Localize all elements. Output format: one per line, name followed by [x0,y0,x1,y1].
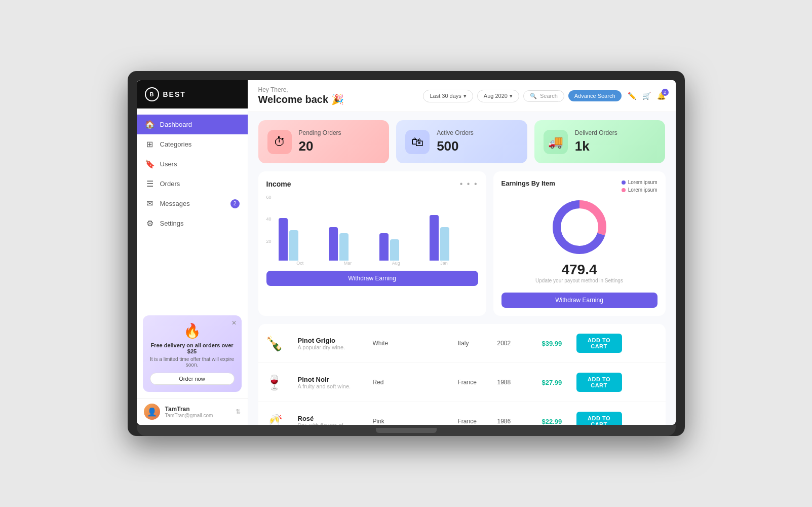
sidebar-item-dashboard[interactable]: 🏠 Dashboard [137,115,248,134]
bar-aug-dark [379,233,389,261]
bar-group-oct [279,218,327,261]
add-to-cart-button-1[interactable]: ADD TO CART [576,334,622,353]
bar-oct-light [289,230,298,261]
x-label-oct: Oct [296,261,303,266]
income-menu-button[interactable]: • • • [460,179,478,189]
header-icons: ✏️ 🛒 🔔 2 [628,92,666,100]
month-dropdown[interactable]: Aug 2020 ▾ [477,90,519,102]
income-title: Income [266,180,291,188]
legend-dot-2 [622,188,626,192]
notification-badge: 2 [662,89,669,96]
donut-chart [501,197,658,258]
product-name-3: Rosé [298,415,369,422]
active-orders-card: 🛍 Active Orders 500 [396,120,527,163]
legend-item-2: Lorem ipsum [622,187,658,193]
user-info: TamTran TamTran@gmail.com [165,406,230,418]
bar-jan-dark [430,215,439,261]
stat-cards: ⏱ Pending Orders 20 🛍 Active Orders 500 [258,120,666,163]
sidebar-nav: 🏠 Dashboard ⊞ Categories 🔖 Users ☰ Order… [137,108,248,309]
user-name: TamTran [165,406,230,413]
sidebar-item-label: Settings [160,220,184,227]
earnings-subtitle: Update your payout method in Settings [501,278,658,283]
settings-icon: ⚙ [145,219,155,228]
sidebar-user: 👤 TamTran TamTran@gmail.com ⇅ [137,398,248,425]
product-origin-1: Italy [458,340,493,347]
product-name-desc-3: Rosé Dry, with flavors of [298,415,369,425]
chart-bars: 604020 [266,195,478,261]
product-year-1: 2002 [497,340,538,347]
promo-icon: 🔥 [150,322,235,339]
sidebar-item-categories[interactable]: ⊞ Categories [137,134,248,154]
promo-order-button[interactable]: Order now [150,373,235,385]
sidebar-item-label: Orders [160,180,180,188]
withdraw-earning-button[interactable]: Withdraw Earning [266,271,478,286]
sidebar-item-label: Dashboard [160,121,192,128]
legend-dot-1 [622,180,626,185]
promo-title: Free delivery on all orders over $25 [150,342,235,354]
add-to-cart-button-3[interactable]: ADD TO CART [576,412,622,425]
active-info: Active Orders 500 [437,129,474,154]
x-label-mar: Mar [344,261,352,266]
bar-group-mar [329,227,377,261]
user-avatar: 👤 [144,404,160,420]
active-icon: 🛍 [405,130,430,154]
product-desc-3: Dry, with flavors of [298,422,369,425]
product-price-1: $39.99 [542,340,572,347]
active-label: Active Orders [437,129,474,136]
advance-search-button[interactable]: Advance Search [568,90,622,101]
chart-x-labels: Oct Mar Aug Jan [266,261,478,266]
x-label-jan: Jan [440,261,448,266]
search-box: 🔍 Search [523,90,564,102]
active-value: 500 [437,138,474,154]
bar-mar-light [339,233,349,261]
product-name-1: Pinot Grigio [298,337,369,344]
search-placeholder: Search [540,93,558,99]
logo-icon: B [145,87,159,101]
bar-group-aug [379,233,428,261]
bar-jan-light [440,227,449,261]
bar-group-jan [430,215,478,261]
logo: B BEST [137,80,248,108]
delivered-icon: 🚚 [544,130,568,154]
cart-icon-button[interactable]: 🛒 [642,92,651,100]
product-type-3: Pink [373,418,454,425]
product-type-1: White [373,340,454,347]
earnings-card: Earnings By Item Lorem ipsum Lorem ipsum [493,171,666,316]
list-icon: ☰ [145,179,155,189]
notification-icon-button[interactable]: 🔔 2 [657,92,666,100]
date-range-dropdown[interactable]: Last 30 days ▾ [423,90,473,102]
product-name-2: Pinot Noir [298,376,369,383]
content-area: ⏱ Pending Orders 20 🛍 Active Orders 500 [248,112,676,425]
withdraw-earning-button-2[interactable]: Withdraw Earning [501,293,658,308]
header-hey: Hey There, [258,86,417,93]
sidebar-item-messages[interactable]: ✉ Messages 2 [137,194,248,213]
user-toggle-button[interactable]: ⇅ [236,408,241,415]
product-name-desc-2: Pinot Noir A fruity and soft wine. [298,376,369,389]
header-welcome: Welcome back 🎉 [258,93,417,105]
x-label-aug: Aug [392,261,400,266]
search-icon: 🔍 [530,93,537,99]
mail-icon: ✉ [145,199,155,208]
sidebar-item-orders[interactable]: ☰ Orders [137,174,248,194]
table-row: 🥂 Rosé Dry, with flavors of Pink France … [258,402,666,425]
earnings-legend: Lorem ipsum Lorem ipsum [622,179,658,193]
pending-icon: ⏱ [267,130,292,154]
sidebar-item-label: Messages [160,200,190,207]
delivered-info: Deliverd Orders 1k [575,129,617,154]
promo-close-button[interactable]: ✕ [231,319,237,327]
grid-icon: ⊞ [145,139,155,149]
product-image-2: 🍷 [265,368,284,396]
pending-label: Pending Orders [299,129,341,136]
product-price-2: $27.99 [542,379,572,386]
bookmark-icon: 🔖 [145,159,155,169]
sidebar-item-users[interactable]: 🔖 Users [137,154,248,174]
income-header: Income • • • [266,179,478,189]
sidebar-item-settings[interactable]: ⚙ Settings [137,213,248,233]
header: Hey There, Welcome back 🎉 Last 30 days ▾… [248,80,676,112]
table-row: 🍾 Pinot Grigio A popular dry wine. White… [258,324,666,363]
edit-icon-button[interactable]: ✏️ [628,92,636,100]
add-to-cart-button-2[interactable]: ADD TO CART [576,373,622,392]
earnings-value: 479.4 [501,262,658,278]
product-origin-3: France [458,418,493,425]
promo-card: ✕ 🔥 Free delivery on all orders over $25… [143,315,242,392]
